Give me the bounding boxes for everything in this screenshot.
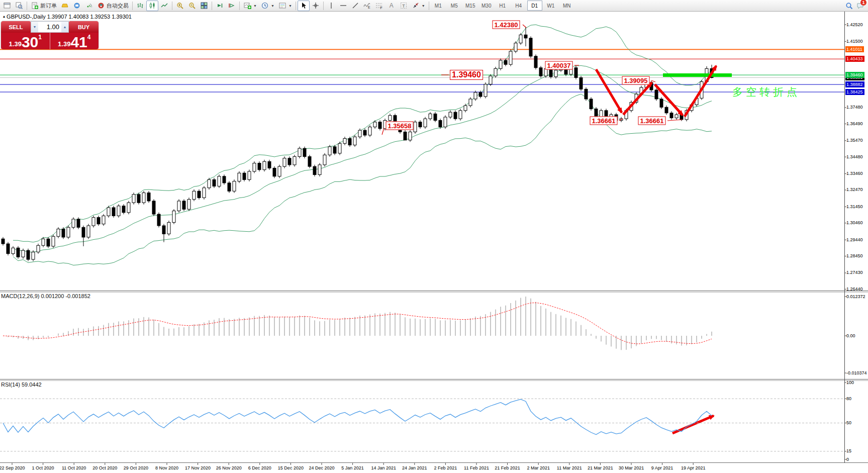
text-tool-button[interactable]: A bbox=[385, 1, 398, 11]
price-label: 1.40433 bbox=[845, 56, 864, 62]
profiles-icon bbox=[15, 2, 23, 10]
volume-decrease-button[interactable]: ▼ bbox=[31, 22, 38, 32]
macd-histogram bbox=[3, 297, 712, 350]
macd-axis-tick: 0.012372 bbox=[846, 294, 865, 299]
candle-chart-mode-button[interactable] bbox=[146, 1, 158, 11]
zoom-in-button[interactable] bbox=[174, 1, 186, 11]
horizontal-line-icon bbox=[339, 2, 347, 10]
cursor-tool-button[interactable] bbox=[298, 1, 310, 11]
price-tick: 1.29440 bbox=[846, 237, 863, 242]
auto-scroll-button[interactable] bbox=[214, 1, 226, 11]
candles bbox=[2, 27, 713, 261]
sell-button[interactable]: SELL bbox=[1, 21, 31, 33]
new-order-icon bbox=[31, 2, 39, 10]
trader-note-text: 多空转折点 bbox=[732, 85, 800, 99]
price-tick: 1.27430 bbox=[846, 270, 863, 275]
shapes-tool-button[interactable]: ▼ bbox=[410, 1, 427, 11]
vertical-line-icon bbox=[327, 2, 335, 10]
rsi-axis-tick: 100 bbox=[846, 380, 854, 385]
price-annotation-box[interactable]: 1.39460 bbox=[450, 70, 483, 80]
dropdown-caret: ▼ bbox=[288, 4, 292, 8]
rsi-axis-tick: 80 bbox=[846, 396, 851, 401]
chart-shift-button[interactable] bbox=[226, 1, 238, 11]
timeframe-mn[interactable]: MN bbox=[559, 1, 574, 11]
zoom-out-button[interactable] bbox=[186, 1, 198, 11]
trendline-tool-button[interactable] bbox=[349, 1, 361, 11]
add-indicator-button[interactable]: ▼ bbox=[241, 1, 259, 11]
text-a-icon: A bbox=[388, 2, 396, 10]
toolbar-separator bbox=[296, 2, 296, 10]
profiles-button[interactable] bbox=[13, 1, 25, 11]
terminal-icon bbox=[73, 2, 81, 10]
timeframe-h4[interactable]: H4 bbox=[511, 1, 526, 11]
price-label: 1.38882 bbox=[845, 81, 864, 87]
tile-windows-button[interactable] bbox=[198, 1, 210, 11]
buy-price-big: 41 bbox=[70, 35, 87, 49]
trend-arrow bbox=[655, 84, 683, 115]
vertical-line-tool-button[interactable] bbox=[325, 1, 337, 11]
templates-button[interactable]: ▼ bbox=[276, 1, 294, 11]
price-annotation-box[interactable]: 1.36661 bbox=[590, 117, 618, 125]
price-annotation-box[interactable]: 1.39095 bbox=[622, 76, 650, 85]
macd-indicator-label: MACD(12,26,9) 0.001200 -0.001852 bbox=[1, 293, 90, 299]
toolbar-separator bbox=[429, 2, 429, 10]
timeframe-h1[interactable]: H1 bbox=[495, 1, 510, 11]
volume-increase-button[interactable]: ▲ bbox=[61, 22, 68, 32]
price-annotation-box[interactable]: 1.42380 bbox=[493, 21, 520, 29]
timeframe-m5[interactable]: M5 bbox=[447, 1, 462, 11]
gold-bar-icon bbox=[61, 2, 69, 10]
price-tick: 1.35470 bbox=[846, 138, 863, 143]
chart-window-button[interactable] bbox=[1, 1, 13, 11]
buy-price[interactable]: 1.39 41 4 bbox=[50, 33, 99, 49]
timeframe-d1[interactable]: D1 bbox=[527, 1, 542, 11]
candlestick-icon bbox=[148, 2, 156, 10]
new-order-label: 新订单 bbox=[40, 2, 57, 10]
timeframe-m1[interactable]: M1 bbox=[431, 1, 446, 11]
price-tick: 1.26440 bbox=[846, 287, 863, 292]
toolbar-separator bbox=[212, 2, 212, 10]
search-icon[interactable] bbox=[845, 2, 853, 10]
periods-button[interactable]: ▼ bbox=[259, 1, 276, 11]
chat-icon[interactable]: 1 bbox=[856, 2, 864, 10]
toolbar-separator bbox=[323, 2, 324, 10]
price-tick: 1.42520 bbox=[846, 22, 863, 27]
timeframe-w1[interactable]: W1 bbox=[543, 1, 558, 11]
price-annotation-box[interactable]: 1.35658 bbox=[386, 122, 414, 130]
market-watch-button[interactable] bbox=[59, 1, 71, 11]
volume-value[interactable]: 1.00 bbox=[38, 22, 61, 32]
crosshair-tool-button[interactable] bbox=[310, 1, 322, 11]
fibonacci-tool-button[interactable]: F bbox=[373, 1, 385, 11]
price-tick: 1.31450 bbox=[846, 204, 863, 209]
zoom-out-icon bbox=[188, 2, 196, 10]
add-indicator-icon bbox=[243, 2, 251, 10]
timeframe-group: M1M5M15M30H1H4D1W1MN bbox=[431, 1, 574, 11]
sell-price[interactable]: 1.39 30 1 bbox=[1, 33, 50, 49]
price-annotation-box[interactable]: 1.40037 bbox=[545, 61, 573, 70]
bar-chart-mode-button[interactable] bbox=[134, 1, 146, 11]
zoom-in-icon bbox=[176, 2, 184, 10]
autotrade-button[interactable]: 自动交易 bbox=[95, 1, 131, 11]
price-annotation-box[interactable]: 1.36661 bbox=[638, 117, 666, 125]
signals-button[interactable] bbox=[83, 1, 95, 11]
dropdown-caret: ▼ bbox=[253, 4, 257, 8]
trendline-icon bbox=[351, 2, 359, 10]
timeframe-m30[interactable]: M30 bbox=[479, 1, 494, 11]
sell-price-big: 30 bbox=[22, 35, 38, 49]
chart-canvas bbox=[0, 0, 868, 473]
horizontal-line-tool-button[interactable] bbox=[337, 1, 349, 11]
sell-price-small: 1.39 bbox=[9, 40, 22, 49]
auto-scroll-icon bbox=[216, 2, 224, 10]
bollinger-middle bbox=[13, 66, 712, 252]
annotation-connector bbox=[651, 80, 655, 82]
buy-button[interactable]: BUY bbox=[69, 21, 99, 33]
macd-signal-line bbox=[3, 303, 712, 344]
annotation-connector bbox=[382, 128, 384, 135]
text-label-tool-button[interactable]: T bbox=[398, 1, 410, 11]
new-order-button[interactable]: 新订单 bbox=[29, 1, 59, 11]
elliott-wave-tool-button[interactable]: E bbox=[361, 1, 373, 11]
line-chart-mode-button[interactable] bbox=[158, 1, 170, 11]
rsi-indicator-label: RSI(14) 59.0442 bbox=[1, 382, 42, 388]
annotation-connector bbox=[523, 25, 526, 28]
terminal-button[interactable] bbox=[71, 1, 83, 11]
timeframe-m15[interactable]: M15 bbox=[463, 1, 478, 11]
